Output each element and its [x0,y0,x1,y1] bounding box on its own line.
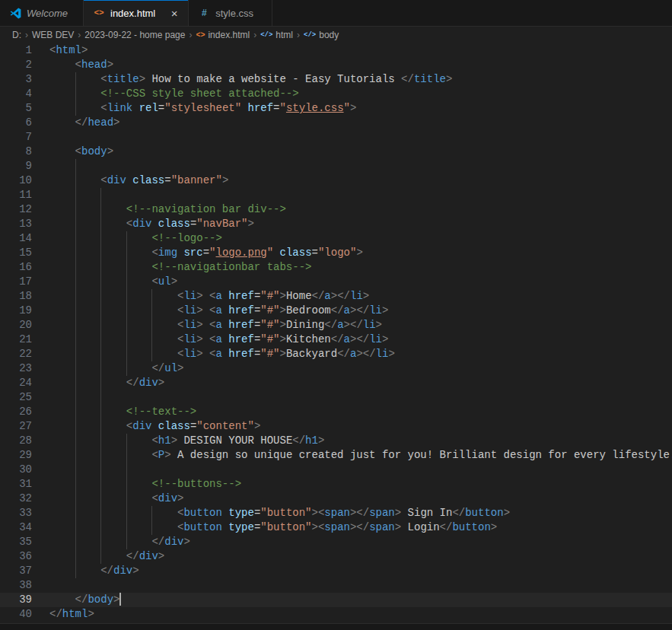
code-line[interactable]: 35 </div> [0,535,672,549]
code-line[interactable]: 12 <!--navigation bar div--> [0,202,672,217]
code-text[interactable]: <html> [32,43,672,58]
line-number[interactable]: 37 [0,564,32,578]
code-line[interactable]: 28 <h1> DESIGN YOUR HOUSE</h1> [0,434,672,448]
code-line[interactable]: 6 </head> [0,116,672,130]
line-number[interactable]: 38 [0,578,32,593]
line-number[interactable]: 3 [0,72,32,87]
code-line[interactable]: 10 <div class="banner"> [0,173,672,188]
code-line[interactable]: 37 </div> [0,564,672,578]
line-number[interactable]: 22 [0,347,32,361]
code-text[interactable]: <body> [32,145,672,159]
code-text[interactable]: <!--navigation bar div--> [32,202,672,217]
line-number[interactable]: 6 [0,116,32,130]
code-line[interactable]: 32 <div> [0,492,672,506]
line-number[interactable]: 7 [0,130,32,145]
code-text[interactable]: </div> [32,535,672,549]
code-line[interactable]: 26 <!--text--> [0,405,672,419]
tab-style-css[interactable]: # style.css [189,0,272,26]
line-number[interactable]: 25 [0,390,32,405]
code-line[interactable]: 30 [0,463,672,477]
line-number[interactable]: 23 [0,361,32,376]
line-number[interactable]: 20 [0,318,32,332]
code-text[interactable] [32,159,672,173]
line-number[interactable]: 33 [0,506,32,520]
code-text[interactable]: <!--text--> [32,405,672,419]
code-line[interactable]: 39 </body> [0,593,672,607]
close-icon[interactable]: × [168,8,180,19]
code-line[interactable]: 16 <!--navigationbar tabs--> [0,260,672,275]
code-text[interactable]: <li> <a href="#">Kitchen</a></li> [32,332,672,347]
code-text[interactable]: <div class="content"> [32,419,672,434]
code-text[interactable]: <title> How to make a website - Easy Tut… [32,72,672,87]
code-line[interactable]: 2 <head> [0,58,672,72]
code-text[interactable]: <div class="banner"> [32,173,672,188]
line-number[interactable]: 24 [0,376,32,390]
tab-index-html[interactable]: <> index.html × [84,0,189,26]
line-number[interactable]: 14 [0,231,32,246]
line-number[interactable]: 16 [0,260,32,275]
code-text[interactable]: <li> <a href="#">Dining</a></li> [32,318,672,332]
line-number[interactable]: 11 [0,188,32,202]
line-number[interactable]: 34 [0,520,32,535]
code-text[interactable] [32,130,672,145]
line-number[interactable]: 29 [0,448,32,463]
code-line[interactable]: 9 [0,159,672,173]
line-number[interactable]: 21 [0,332,32,347]
code-area[interactable]: 1<html>2 <head>3 <title> How to make a w… [0,43,672,622]
line-number[interactable]: 31 [0,477,32,492]
code-text[interactable]: </head> [32,116,672,130]
code-text[interactable]: <!--navigationbar tabs--> [32,260,672,275]
code-text[interactable]: <link rel="stylesheet" href="style.css"> [32,101,672,116]
code-line[interactable]: 20 <li> <a href="#">Dining</a></li> [0,318,672,332]
line-number[interactable]: 13 [0,217,32,231]
editor[interactable]: 1<html>2 <head>3 <title> How to make a w… [0,43,672,623]
breadcrumb-item-subfolder[interactable]: 2023-09-22 - home page [84,30,185,40]
code-line[interactable]: 7 [0,130,672,145]
line-number[interactable]: 18 [0,289,32,304]
code-text[interactable] [32,390,672,405]
code-line[interactable]: 22 <li> <a href="#">Backyard</a></li> [0,347,672,361]
line-number[interactable]: 1 [0,43,32,58]
code-text[interactable]: <!--logo--> [32,231,672,246]
code-text[interactable]: <head> [32,58,672,72]
code-line[interactable]: 19 <li> <a href="#">Bedroom</a></li> [0,304,672,318]
line-number[interactable]: 26 [0,405,32,419]
line-number[interactable]: 8 [0,145,32,159]
code-text[interactable]: <!--buttons--> [32,477,672,492]
code-text[interactable]: </ul> [32,361,672,376]
code-text[interactable]: <li> <a href="#">Bedroom</a></li> [32,304,672,318]
code-line[interactable]: 36 </div> [0,549,672,564]
code-text[interactable]: </div> [32,564,672,578]
line-number[interactable]: 12 [0,202,32,217]
code-line[interactable]: 23 </ul> [0,361,672,376]
code-text[interactable] [32,463,672,477]
breadcrumb-item-html-symbol[interactable]: </> html [260,30,293,40]
line-number[interactable]: 17 [0,275,32,289]
code-line[interactable]: 27 <div class="content"> [0,419,672,434]
code-text[interactable] [32,188,672,202]
code-line[interactable]: 13 <div class="navBar"> [0,217,672,231]
code-line[interactable]: 18 <li> <a href="#">Home</a></li> [0,289,672,304]
code-line[interactable]: 14 <!--logo--> [0,231,672,246]
code-line[interactable]: 38 [0,578,672,593]
code-text[interactable]: <li> <a href="#">Home</a></li> [32,289,672,304]
line-number[interactable]: 32 [0,492,32,506]
code-text[interactable]: <div> [32,492,672,506]
code-text[interactable]: <img src="logo.png" class="logo"> [32,246,672,260]
line-number[interactable]: 36 [0,549,32,564]
code-line[interactable]: 4 <!--CSS style sheet attached--> [0,87,672,101]
code-line[interactable]: 3 <title> How to make a website - Easy T… [0,72,672,87]
code-line[interactable]: 24 </div> [0,376,672,390]
line-number[interactable]: 2 [0,58,32,72]
line-number[interactable]: 10 [0,173,32,188]
code-text[interactable]: </div> [32,549,672,564]
breadcrumb-item-drive[interactable]: D: [12,30,21,40]
code-line[interactable]: 5 <link rel="stylesheet" href="style.css… [0,101,672,116]
code-text[interactable]: </div> [32,376,672,390]
code-line[interactable]: 8 <body> [0,145,672,159]
code-line[interactable]: 21 <li> <a href="#">Kitchen</a></li> [0,332,672,347]
code-text[interactable]: <button type="button"><span></span> Sign… [32,506,672,520]
line-number[interactable]: 30 [0,463,32,477]
code-text[interactable]: <P> A design so unique created just for … [32,448,672,463]
code-line[interactable]: 25 [0,390,672,405]
